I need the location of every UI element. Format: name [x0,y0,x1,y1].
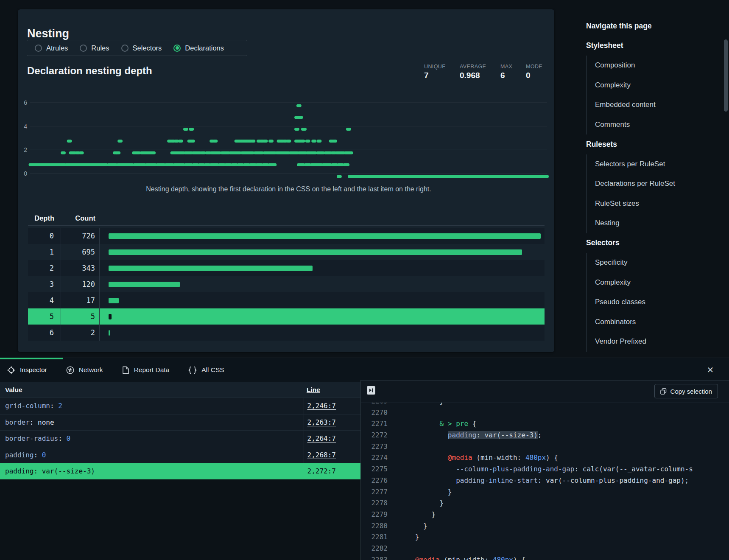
dock-tabbar: InspectorNetworkReport DataAll CSS ✕ [0,358,729,382]
count-cell: 120 [82,280,95,288]
depth-table-row-4[interactable]: 417 [28,292,545,308]
count-bar [109,282,180,287]
depth-table-row-1[interactable]: 1695 [28,244,545,260]
sidebar-item-embedded-content[interactable]: Embedded content [587,95,692,115]
value-column-header: Value [0,386,304,394]
depth-table-row-0[interactable]: 0726 [28,228,545,244]
code-line-2282: 2282 [361,543,729,554]
network-icon [66,366,74,374]
line-number: 2273 [361,441,388,453]
depth-cell: 2 [50,264,54,272]
nav-section-rulesets: Rulesets [586,134,692,154]
count-cell: 2 [91,328,95,337]
code-text: padding: var(--size-3); [391,431,542,439]
sidebar-item-selectors-per-ruleset[interactable]: Selectors per RuleSet [587,154,692,174]
depth-cell: 1 [50,248,54,256]
inspector-row[interactable]: border-radius: 02,264:7 [0,430,360,447]
sidebar-item-declarations-per-ruleset[interactable]: Declarations per RuleSet [587,174,692,194]
code-line-2271: 2271 & > pre { [361,418,729,430]
depth-table-row-3[interactable]: 3120 [28,276,545,292]
depth-count-table: Depth Count 07261695234331204175562 [28,211,545,341]
line-number: 2271 [361,418,388,430]
tab-report-data[interactable]: Report Data [122,366,170,374]
close-dock-button[interactable]: ✕ [704,364,716,376]
depth-table-row-5[interactable]: 55 [28,308,545,325]
depth-table-row-6[interactable]: 62 [28,325,545,341]
active-tab-indicator [0,358,63,359]
depth-column-header: Depth [28,211,61,225]
sidebar-item-composition[interactable]: Composition [587,56,692,76]
line-link[interactable]: 2,272:7 [307,467,336,475]
inspector-row[interactable]: padding: var(--size-3)2,272:7 [0,463,360,479]
css-value: none [38,418,54,426]
sidebar-item-specificity[interactable]: Specificity [587,253,692,273]
sidebar-item-complexity[interactable]: Complexity [587,76,692,95]
code-line-2270: 2270 [361,407,729,419]
sidebar-item-ruleset-sizes[interactable]: RuleSet sizes [587,194,692,214]
line-number: 2275 [361,464,388,475]
sidebar-item-nesting[interactable]: Nesting [587,213,692,233]
copy-icon [660,388,667,395]
count-bar [109,298,119,303]
code-line-2273: 2273 [361,441,729,453]
line-link[interactable]: 2,268:7 [307,451,336,459]
depth-table-header: Depth Count [28,211,545,226]
depth-cell: 4 [50,296,54,305]
line-number: 2269 [361,403,388,407]
count-bar [109,233,541,239]
tab-label: Network [79,366,103,374]
count-cell: 343 [82,264,95,272]
colon: : [50,402,58,410]
count-cell: 695 [82,248,95,256]
code-text: & > pre { [391,420,476,428]
inspector-table-header: Value Line [0,382,360,398]
expand-panel-button[interactable] [367,386,375,395]
dock-content: Value Line grid-column: 22,246:7border: … [0,382,729,560]
copy-selection-button[interactable]: Copy selection [654,384,718,398]
tab-inspector[interactable]: Inspector [7,366,47,374]
depth-cell: 5 [50,312,54,321]
sidebar-item-vendor-prefixed[interactable]: Vendor Prefixed [587,332,692,352]
tab-all-css[interactable]: All CSS [188,366,224,374]
line-link[interactable]: 2,264:7 [307,434,336,442]
line-number: 2278 [361,498,388,509]
count-bar [109,266,313,271]
count-bar [109,330,110,336]
code-line-2280: 2280 } [361,521,729,532]
code-line-2275: 2275 --column-plus-padding-and-gap: calc… [361,464,729,475]
inspector-values-panel: Value Line grid-column: 22,246:7border: … [0,382,360,560]
close-icon: ✕ [707,365,714,375]
sidebar-item-pseudo-classes[interactable]: Pseudo classes [587,292,692,312]
inspector-row[interactable]: grid-column: 22,246:7 [0,398,360,414]
line-column-header[interactable]: Line [304,386,360,394]
depth-cell: 6 [50,328,54,337]
sidebar-item-combinators[interactable]: Combinators [587,312,692,332]
tab-label: Inspector [20,366,47,374]
page-scrollbar-thumb[interactable] [724,39,728,112]
css-source-code: 2269 }22702271 & > pre {2272 padding: va… [361,403,729,560]
line-number: 2281 [361,532,388,543]
depth-table-row-2[interactable]: 2343 [28,260,545,276]
line-link[interactable]: 2,246:7 [307,402,336,410]
code-line-2276: 2276 padding-inline-start: var(--column-… [361,475,729,487]
count-bar [109,249,522,255]
sidebar-item-comments[interactable]: Comments [587,115,692,135]
code-text: } [391,499,444,507]
tab-network[interactable]: Network [66,366,103,374]
line-link[interactable]: 2,263:7 [307,418,336,426]
tab-label: All CSS [201,366,224,374]
inspector-row[interactable]: border: none2,263:7 [0,414,360,431]
nav-section-stylesheet: Stylesheet [586,36,692,56]
css-property: grid-column [5,402,50,410]
code-text: } [391,533,419,541]
sidebar-item-complexity[interactable]: Complexity [587,273,692,293]
nav-title: Navigate this page [586,16,692,36]
css-property: border [5,418,30,426]
colon: : [30,418,38,426]
css-value: 0 [42,451,46,459]
y-axis-tick-label: 0 [24,170,27,177]
inspector-row[interactable]: padding: 02,268:7 [0,447,360,463]
nav-items-group: SpecificityComplexityPseudo classesCombi… [586,253,692,352]
page-navigation: Navigate this page StylesheetComposition… [586,16,692,352]
line-number: 2276 [361,475,388,487]
